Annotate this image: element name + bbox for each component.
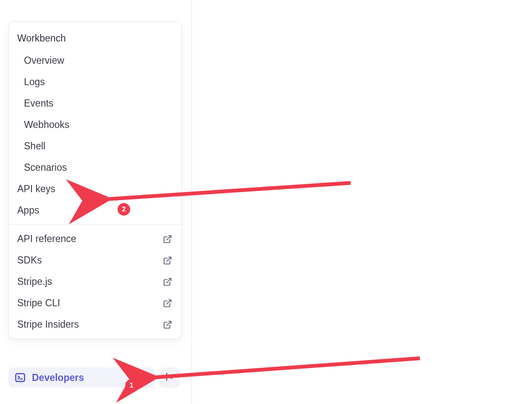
menu-item-shell[interactable]: Shell [9, 136, 181, 157]
menu-item-label: SDKs [17, 255, 42, 266]
developers-button[interactable]: Developers [8, 368, 155, 388]
collapse-icon [165, 372, 175, 383]
menu-item-label: Overview [24, 55, 64, 66]
svg-line-2 [167, 278, 171, 282]
menu-item-label: Stripe.js [17, 276, 52, 287]
menu-item-label: Apps [17, 205, 39, 216]
menu-item-stripe-insiders[interactable]: Stripe Insiders [9, 314, 181, 335]
menu-item-stripe-cli[interactable]: Stripe CLI [9, 292, 181, 314]
menu-item-overview[interactable]: Overview [9, 50, 181, 71]
menu-item-scenarios[interactable]: Scenarios [9, 157, 181, 178]
menu-item-label: Shell [24, 141, 45, 152]
menu-item-apps[interactable]: Apps [9, 200, 181, 221]
menu-item-label: Events [24, 98, 53, 109]
popup-section-external: API reference SDKs Stripe.js Stripe CLI … [9, 225, 181, 339]
menu-item-label: Stripe Insiders [17, 319, 79, 330]
sidebar-bottombar: Developers [8, 368, 180, 388]
menu-item-label: API reference [17, 233, 76, 245]
collapse-sidebar-button[interactable] [160, 368, 180, 388]
svg-line-3 [167, 300, 171, 304]
menu-item-logs[interactable]: Logs [9, 71, 181, 93]
menu-item-label: Stripe CLI [17, 297, 60, 309]
menu-item-label: Logs [24, 76, 45, 88]
developers-button-label: Developers [32, 372, 84, 383]
external-link-icon [163, 299, 173, 308]
menu-item-events[interactable]: Events [9, 93, 181, 114]
svg-line-0 [167, 235, 171, 240]
external-link-icon [163, 320, 173, 329]
svg-line-4 [167, 321, 171, 325]
developers-popup: Workbench Overview Logs Events Webhooks … [8, 21, 182, 339]
popup-section-workbench: Workbench Overview Logs Events Webhooks … [9, 22, 181, 224]
menu-item-webhooks[interactable]: Webhooks [9, 114, 181, 136]
menu-item-stripejs[interactable]: Stripe.js [9, 271, 181, 292]
popup-header-workbench: Workbench [9, 25, 181, 50]
menu-item-label: Scenarios [24, 162, 67, 173]
menu-item-sdks[interactable]: SDKs [9, 250, 181, 271]
sidebar-vertical-divider [191, 0, 192, 404]
terminal-icon [14, 372, 26, 383]
menu-item-label: API keys [17, 183, 55, 195]
menu-item-api-keys[interactable]: API keys [9, 178, 181, 200]
menu-item-label: Webhooks [24, 119, 69, 130]
svg-line-10 [152, 358, 420, 378]
menu-item-api-reference[interactable]: API reference [9, 228, 181, 250]
external-link-icon [163, 256, 173, 265]
svg-line-1 [167, 257, 171, 261]
external-link-icon [163, 235, 173, 244]
external-link-icon [163, 277, 173, 287]
